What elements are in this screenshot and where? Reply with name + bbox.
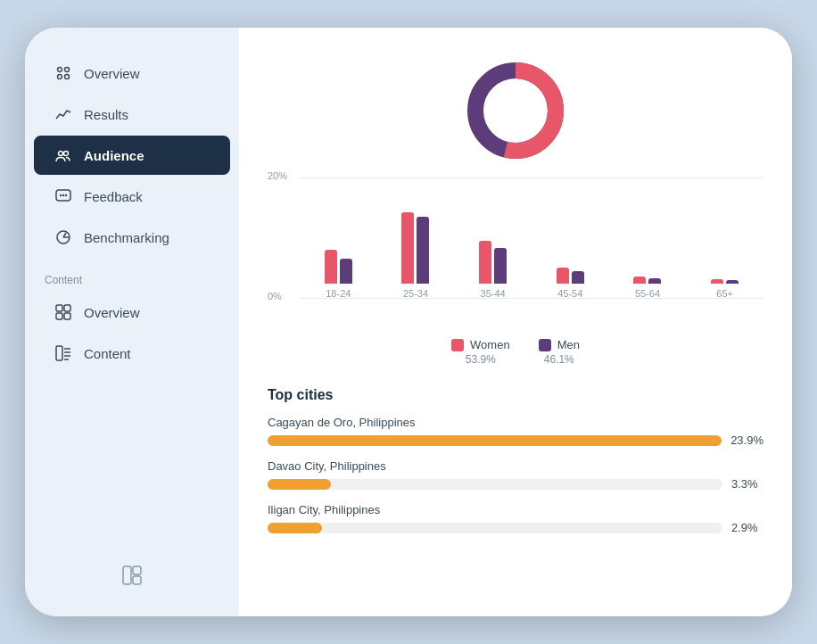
bar-pair xyxy=(557,268,584,284)
overview-icon xyxy=(54,63,73,83)
city-pct: 23.9% xyxy=(730,433,763,447)
men-legend-label: Men xyxy=(557,338,580,351)
cities-list: Cagayan de Oro, Philippines 23.9% Davao … xyxy=(268,416,763,534)
svg-rect-14 xyxy=(64,305,70,311)
women-bar xyxy=(633,277,646,284)
men-bar xyxy=(648,278,661,284)
city-bar-fill xyxy=(268,479,331,490)
svg-point-3 xyxy=(65,75,70,79)
age-label: 25-34 xyxy=(403,288,428,299)
audience-icon xyxy=(54,145,73,165)
age-group-45-54: 45-54 xyxy=(557,268,584,299)
svg-rect-22 xyxy=(123,566,131,584)
city-bar-fill xyxy=(268,523,322,533)
svg-rect-15 xyxy=(56,313,62,319)
bar-chart-area: 20% 0% 18-24 25-34 35-44 xyxy=(268,178,763,324)
age-label: 55-64 xyxy=(635,288,660,299)
legend-women-row: Women xyxy=(451,338,510,351)
legend-women: Women 53.9% xyxy=(451,338,510,366)
layout-icon[interactable] xyxy=(121,565,143,590)
benchmarking-icon xyxy=(54,227,73,247)
svg-point-4 xyxy=(59,152,63,156)
content-content-icon xyxy=(54,343,73,363)
donut-chart-area xyxy=(268,53,763,169)
women-legend-label: Women xyxy=(470,338,510,351)
city-bar-fill xyxy=(268,435,722,446)
sidebar-item-audience[interactable]: Audience xyxy=(34,136,230,175)
women-bar xyxy=(401,212,414,284)
tablet-frame: Overview Results Audience xyxy=(25,28,792,616)
content-overview-icon xyxy=(54,302,73,322)
svg-point-27 xyxy=(484,79,547,142)
bar-pair xyxy=(711,279,739,284)
city-pct: 3.3% xyxy=(731,477,763,491)
content-section-label: Content xyxy=(25,258,239,292)
women-legend-pct: 53.9% xyxy=(466,353,496,366)
sidebar-bottom xyxy=(25,556,239,599)
content-overview-label: Overview xyxy=(84,305,140,320)
city-bar-row: 2.9% xyxy=(268,521,763,534)
men-bar xyxy=(494,248,507,284)
age-group-55-64: 55-64 xyxy=(633,277,661,299)
svg-point-9 xyxy=(65,194,67,196)
women-bar xyxy=(325,250,337,284)
bar-pair xyxy=(325,250,352,284)
city-bar-row: 3.3% xyxy=(268,477,763,491)
results-icon xyxy=(54,104,73,124)
bar-pair xyxy=(401,212,429,284)
sidebar-item-feedback[interactable]: Feedback xyxy=(34,177,230,216)
men-bar xyxy=(572,271,584,284)
feedback-icon xyxy=(54,186,73,206)
city-item: Cagayan de Oro, Philippines 23.9% xyxy=(268,416,763,447)
city-name: Cagayan de Oro, Philippines xyxy=(268,416,763,429)
women-dot xyxy=(451,339,464,351)
svg-point-5 xyxy=(64,152,69,156)
svg-rect-23 xyxy=(133,566,141,574)
city-name: Davao City, Philippines xyxy=(268,459,763,473)
men-bar xyxy=(340,259,352,284)
city-bar-bg xyxy=(268,523,722,533)
sidebar-item-benchmarking[interactable]: Benchmarking xyxy=(34,218,230,257)
donut-chart xyxy=(458,53,574,169)
city-bar-row: 23.9% xyxy=(268,433,763,447)
women-bar xyxy=(557,268,569,284)
sidebar-item-results[interactable]: Results xyxy=(34,95,230,134)
audience-label: Audience xyxy=(84,148,144,163)
age-label: 35-44 xyxy=(481,288,506,299)
sidebar-item-content-content[interactable]: Content xyxy=(34,334,230,373)
city-item: Iligan City, Philippines 2.9% xyxy=(268,503,763,534)
grid-label-0: 0% xyxy=(268,291,282,301)
svg-point-0 xyxy=(58,68,62,72)
main-content: 20% 0% 18-24 25-34 35-44 xyxy=(239,28,792,616)
men-dot xyxy=(539,339,551,351)
benchmarking-label: Benchmarking xyxy=(84,230,169,245)
svg-rect-16 xyxy=(64,313,70,319)
women-bar xyxy=(479,241,491,284)
svg-rect-17 xyxy=(56,346,62,360)
svg-point-1 xyxy=(65,68,70,72)
svg-point-8 xyxy=(62,194,64,196)
age-group-18-24: 18-24 xyxy=(325,250,352,299)
age-label: 18-24 xyxy=(326,288,351,299)
age-group-25-34: 25-34 xyxy=(401,212,429,299)
age-label: 45-54 xyxy=(557,288,582,299)
legend-men-row: Men xyxy=(539,338,580,351)
bar-chart-container: 20% 0% 18-24 25-34 35-44 xyxy=(268,178,763,320)
top-cities: Top cities Cagayan de Oro, Philippines 2… xyxy=(268,387,763,547)
city-pct: 2.9% xyxy=(731,521,763,534)
sidebar-item-overview[interactable]: Overview xyxy=(34,54,230,93)
feedback-label: Feedback xyxy=(84,189,143,204)
svg-rect-24 xyxy=(133,576,141,584)
grid-label-20: 20% xyxy=(268,170,287,181)
city-bar-bg xyxy=(268,435,722,446)
men-bar xyxy=(417,217,429,284)
top-cities-title: Top cities xyxy=(268,387,763,403)
age-group-65+: 65+ xyxy=(711,279,739,299)
svg-rect-13 xyxy=(56,305,62,311)
overview-label: Overview xyxy=(84,66,140,81)
sidebar: Overview Results Audience xyxy=(25,28,239,616)
bar-pair xyxy=(633,277,661,284)
sidebar-item-content-overview[interactable]: Overview xyxy=(34,293,230,332)
city-item: Davao City, Philippines 3.3% xyxy=(268,459,763,491)
city-name: Iligan City, Philippines xyxy=(268,503,763,516)
